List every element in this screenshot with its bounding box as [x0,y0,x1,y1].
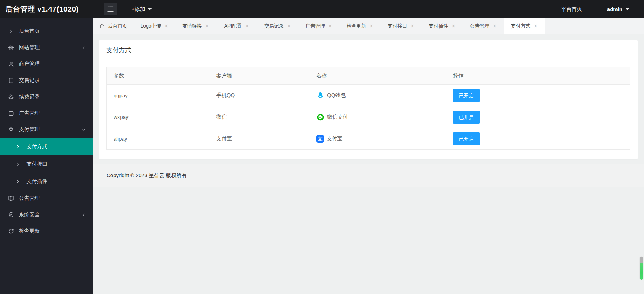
param-cell: wxpay [107,106,209,128]
sidebar-item-site-management[interactable]: 网站管理 [0,39,93,56]
close-icon[interactable]: × [287,23,291,29]
column-header-param: 参数 [107,67,209,85]
close-icon[interactable]: × [493,23,496,29]
copyright-text: Copyright © 2023 星益云 版权所有 [107,172,187,179]
user-icon [8,61,14,67]
qq-wallet-icon [316,91,324,99]
gear-icon [8,44,14,51]
tab-payment-interface[interactable]: 支付接口 × [380,18,421,34]
tab-check-updates[interactable]: 检查更新 × [339,18,380,34]
clipboard-icon [8,110,14,116]
caret-down-icon [148,8,152,10]
close-icon[interactable]: × [245,23,249,29]
param-cell: qqpay [107,85,209,106]
document-icon [8,77,14,84]
client-cell: 微信 [209,106,309,128]
wechat-pay-icon [316,113,324,121]
sidebar-item-payment-plugins[interactable]: 支付插件 [0,173,93,190]
column-header-client: 客户端 [209,67,309,85]
chevron-right-icon [15,144,20,149]
table-row: alipay 支付宝 支 支付宝 已开启 [107,128,630,150]
platform-home-link[interactable]: 平台首页 [561,6,582,13]
sidebar-toggle-button[interactable] [104,3,117,15]
table-row: qqpay 手机QQ [107,85,630,106]
user-menu[interactable]: admin [607,6,629,12]
sidebar-item-backend-home[interactable]: 后台首页 [0,23,93,39]
tab-backend-home[interactable]: 后台首页 [93,18,134,34]
refresh-icon [8,228,14,234]
tab-payment-methods[interactable]: 支付方式 × [504,18,545,34]
alipay-icon: 支 [316,135,324,143]
close-icon[interactable]: × [534,23,537,29]
tab-payment-plugins[interactable]: 支付插件 × [421,18,463,34]
name-cell: 微信支付 [309,106,446,128]
caret-down-icon [625,8,629,10]
tab-api-config[interactable]: API配置 × [216,18,257,34]
table-row: wxpay 微信 [107,106,630,128]
action-cell: 已开启 [446,106,630,128]
status-enabled-button[interactable]: 已开启 [453,111,480,124]
close-icon[interactable]: × [452,23,455,29]
status-enabled-button[interactable]: 已开启 [453,89,480,102]
client-cell: 手机QQ [209,85,309,106]
admin-app-window: 后台管理 v1.47(1020) +添加 平台首页 admin 后台首页 [0,0,644,294]
action-cell: 已开启 [446,85,630,106]
sidebar-nav: 后台首页 网站管理 商户管理 交易记录 [0,18,93,294]
scrollbar-progress [640,263,643,280]
sidebar-item-renewal-records[interactable]: 续费记录 [0,89,93,105]
tab-transaction-records[interactable]: 交易记录 × [257,18,298,34]
sidebar-item-check-updates[interactable]: 检查更新 [0,223,93,239]
name-cell: 支 支付宝 [309,128,446,150]
sidebar-item-payment-management[interactable]: 支付管理 [0,121,93,138]
close-icon[interactable]: × [165,23,168,29]
renewal-hands-icon [8,93,14,100]
page-title: 支付方式 [99,40,638,60]
tab-announcement-management[interactable]: 公告管理 × [463,18,504,34]
sidebar-item-announcement-management[interactable]: 公告管理 [0,190,93,206]
scrollbar-thumb[interactable] [640,257,643,280]
chevron-left-icon [82,46,86,50]
close-icon[interactable]: × [328,23,332,29]
tab-friend-links[interactable]: 友情链接 × [175,18,216,34]
payment-methods-card: 支付方式 参数 客户端 名称 操作 [99,40,638,159]
close-icon[interactable]: × [205,23,209,29]
shield-check-icon [8,211,14,218]
menu-list-icon [107,6,114,12]
param-cell: alipay [107,128,209,150]
sidebar-item-payment-interface[interactable]: 支付接口 [0,155,93,173]
home-icon [99,23,104,29]
close-icon[interactable]: × [370,23,373,29]
plug-icon [8,126,14,133]
tab-ad-management[interactable]: 广告管理 × [298,18,339,34]
chevron-left-icon [82,213,86,217]
tab-logo-upload[interactable]: Logo上传 × [134,18,175,34]
footer: Copyright © 2023 星益云 版权所有 [93,164,644,187]
sidebar-item-merchant-management[interactable]: 商户管理 [0,56,93,72]
column-header-name: 名称 [309,67,446,85]
sidebar-item-ad-management[interactable]: 广告管理 [0,105,93,121]
chevron-right-icon [15,179,20,184]
app-title: 后台管理 v1.47(1020) [0,4,93,14]
tab-bar: 后台首页 Logo上传 × 友情链接 × API配置 × 交易记录 × 广告管理… [93,18,644,34]
table-header-row: 参数 客户端 名称 操作 [107,67,630,85]
status-enabled-button[interactable]: 已开启 [453,132,480,145]
chevron-down-icon [82,128,86,132]
client-cell: 支付宝 [209,128,309,150]
payment-methods-table: 参数 客户端 名称 操作 qqpay 手机QQ [106,67,630,150]
chevron-right-icon [15,161,20,166]
name-cell: QQ钱包 [309,85,446,106]
main-area: 后台首页 Logo上传 × 友情链接 × API配置 × 交易记录 × 广告管理… [93,18,644,294]
sidebar-item-payment-methods[interactable]: 支付方式 [0,138,93,155]
add-dropdown-button[interactable]: +添加 [132,6,152,13]
close-icon[interactable]: × [411,23,414,29]
content-area: 支付方式 参数 客户端 名称 操作 [93,34,644,294]
sidebar-item-transaction-records[interactable]: 交易记录 [0,72,93,89]
column-header-action: 操作 [446,67,630,85]
chevron-right-icon [8,28,14,35]
top-header: 后台管理 v1.47(1020) +添加 平台首页 admin [0,0,644,18]
book-icon [8,195,14,202]
username-label: admin [607,6,622,12]
action-cell: 已开启 [446,128,630,150]
sidebar-item-system-security[interactable]: 系统安全 [0,206,93,223]
